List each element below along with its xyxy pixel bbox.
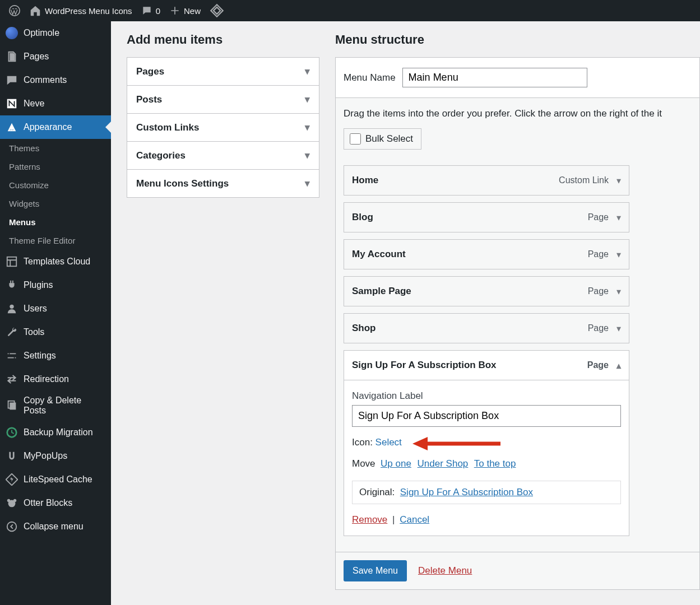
caret-up-icon: ▴ (616, 360, 621, 371)
menu-structure-column: Menu structure Menu Name Drag the items … (335, 32, 700, 594)
caret-down-icon: ▾ (305, 66, 310, 77)
caret-down-icon: ▾ (616, 175, 621, 186)
caret-down-icon: ▾ (305, 94, 310, 105)
sidebar-collapse[interactable]: Collapse menu (0, 515, 111, 538)
menu-item-my-account[interactable]: My Account Page▾ (344, 239, 629, 269)
appearance-icon (6, 121, 18, 133)
submenu-theme-file-editor[interactable]: Theme File Editor (0, 231, 111, 250)
sidebar-item-redirection[interactable]: Redirection (0, 367, 111, 391)
panel-categories[interactable]: Categories▾ (127, 142, 319, 170)
comments-shortcut[interactable]: 0 (137, 0, 165, 21)
wp-logo[interactable] (4, 0, 25, 21)
svg-rect-7 (10, 403, 16, 410)
move-under-link[interactable]: Under Shop (418, 458, 469, 469)
site-home[interactable]: WordPress Menu Icons (25, 0, 137, 21)
instructions-text: Drag the items into the order you prefer… (344, 108, 692, 119)
comment-icon (141, 5, 152, 16)
sidebar-item-pages[interactable]: Pages (0, 45, 111, 68)
extra-toolbar-item[interactable] (205, 0, 229, 21)
users-icon (6, 302, 18, 315)
menu-name-input[interactable] (402, 68, 587, 87)
menu-items-list: Home Custom Link▾ Blog Page▾ My Account … (344, 165, 692, 536)
remove-link[interactable]: Remove (352, 514, 387, 525)
appearance-submenu: Themes Patterns Customize Widgets Menus … (0, 139, 111, 250)
save-menu-button[interactable]: Save Menu (344, 560, 407, 581)
pages-icon (6, 50, 18, 63)
submenu-themes[interactable]: Themes (0, 139, 111, 157)
new-label: New (184, 6, 201, 16)
sidebar-item-tools[interactable]: Tools (0, 320, 111, 344)
panel-menu-icons-settings[interactable]: Menu Icons Settings▾ (127, 170, 319, 197)
menu-footer: Save Menu Delete Menu (335, 552, 700, 590)
panel-custom-links[interactable]: Custom Links▾ (127, 114, 319, 142)
diamond-icon (210, 3, 224, 18)
sidebar-item-appearance[interactable]: Appearance (0, 115, 111, 139)
sidebar-item-copy-delete[interactable]: Copy & DeletePosts (0, 391, 111, 421)
content-area: Add menu items Pages▾ Posts▾ Custom Link… (111, 21, 700, 605)
annotation-arrow (408, 434, 503, 454)
delete-menu-link[interactable]: Delete Menu (418, 565, 472, 576)
panel-posts[interactable]: Posts▾ (127, 86, 319, 114)
mypopups-icon (6, 450, 18, 462)
svg-rect-4 (7, 257, 17, 267)
move-top-link[interactable]: To the top (474, 458, 516, 469)
sidebar-item-optimole[interactable]: Optimole (0, 21, 111, 45)
svg-point-11 (7, 499, 11, 502)
icon-select-link[interactable]: Select (376, 437, 402, 448)
menu-item-shop[interactable]: Shop Page▾ (344, 313, 629, 343)
sidebar-item-users[interactable]: Users (0, 297, 111, 320)
menu-name-label: Menu Name (344, 72, 396, 83)
templates-icon (6, 255, 18, 268)
menu-item-home[interactable]: Home Custom Link▾ (344, 165, 629, 196)
sidebar-item-backup[interactable]: Backup Migration (0, 421, 111, 444)
plus-icon (169, 5, 180, 16)
submenu-patterns[interactable]: Patterns (0, 157, 111, 176)
new-content[interactable]: New (165, 0, 205, 21)
svg-marker-15 (412, 437, 428, 450)
menu-structure-body: Drag the items into the order you prefer… (335, 98, 700, 552)
sidebar-item-neve[interactable]: Neve (0, 92, 111, 115)
submenu-widgets[interactable]: Widgets (0, 194, 111, 213)
sidebar-item-label: Copy & DeletePosts (24, 395, 105, 416)
admin-sidebar: Optimole Pages Comments Neve Appearance … (0, 21, 111, 605)
sidebar-item-mypopups[interactable]: MyPopUps (0, 444, 111, 468)
svg-point-13 (7, 522, 17, 532)
add-menu-items-column: Add menu items Pages▾ Posts▾ Custom Link… (127, 32, 319, 594)
caret-down-icon: ▾ (616, 323, 621, 334)
nav-label-input[interactable] (352, 405, 621, 427)
menu-item-settings: Navigation Label Icon: Select Move (344, 380, 629, 536)
move-up-link[interactable]: Up one (381, 458, 411, 469)
tools-icon (6, 326, 18, 338)
sidebar-item-otter[interactable]: Otter Blocks (0, 491, 111, 515)
menu-item-signup[interactable]: Sign Up For A Subscription Box Page▴ (344, 350, 629, 380)
bulk-select-toggle[interactable]: Bulk Select (344, 128, 421, 150)
submenu-menus[interactable]: Menus (0, 213, 111, 231)
sidebar-item-litespeed[interactable]: LiteSpeed Cache (0, 468, 111, 491)
litespeed-icon (6, 473, 18, 486)
site-title: WordPress Menu Icons (45, 6, 132, 16)
structure-heading: Menu structure (335, 32, 700, 47)
redirection-icon (6, 373, 18, 385)
bulk-select-checkbox[interactable] (350, 133, 361, 145)
wordpress-icon (9, 5, 20, 16)
cancel-link[interactable]: Cancel (400, 514, 429, 525)
sidebar-item-templates-cloud[interactable]: Templates Cloud (0, 250, 111, 273)
sidebar-item-settings[interactable]: Settings (0, 344, 111, 367)
menu-item-sample-page[interactable]: Sample Page Page▾ (344, 276, 629, 306)
submenu-customize[interactable]: Customize (0, 176, 111, 194)
add-items-heading: Add menu items (127, 32, 319, 47)
backup-icon (6, 426, 18, 439)
original-link[interactable]: Sign Up For A Subscription Box (400, 487, 533, 497)
sidebar-item-plugins[interactable]: Plugins (0, 273, 111, 297)
move-row: Move Up one Under Shop To the top (352, 458, 621, 469)
caret-down-icon: ▾ (305, 178, 310, 189)
sidebar-item-comments[interactable]: Comments (0, 68, 111, 92)
home-icon (29, 4, 41, 17)
collapse-icon (6, 520, 18, 533)
neve-icon (6, 97, 18, 110)
nav-label-label: Navigation Label (352, 390, 621, 402)
svg-point-12 (13, 499, 17, 502)
panel-pages[interactable]: Pages▾ (127, 58, 319, 86)
menu-item-blog[interactable]: Blog Page▾ (344, 202, 629, 232)
original-box: Original: Sign Up For A Subscription Box (352, 481, 621, 504)
